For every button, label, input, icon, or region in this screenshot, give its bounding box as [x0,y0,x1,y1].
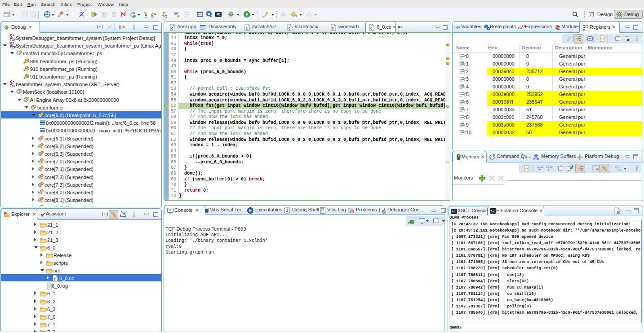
svg-text:1010: 1010 [546,165,553,168]
svg-text:1010: 1010 [537,165,544,168]
svg-text:c: c [289,26,291,31]
svg-text:h: h [332,26,335,31]
svg-text:c: c [171,26,173,31]
svg-text:TCF: TCF [10,84,16,88]
svg-text:(x)=: (x)= [454,25,460,29]
svg-text:c: c [246,26,248,31]
svg-text:c: c [370,26,373,31]
svg-text:TCF: TCF [10,46,16,49]
svg-text:c: c [54,277,56,281]
svg-text:J: J [286,208,289,213]
svg-text:i: i [119,24,121,30]
svg-text:TCF: TCF [10,38,16,41]
svg-text:6x: 6x [518,25,523,30]
